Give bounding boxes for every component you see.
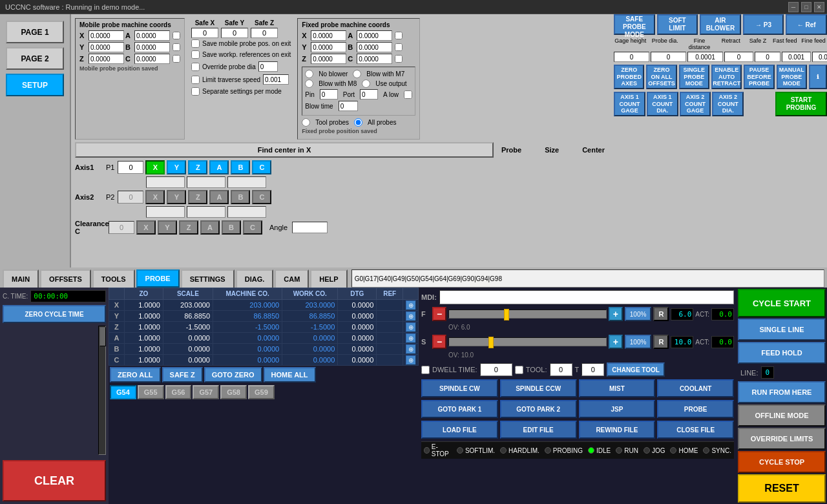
fixed-x-check[interactable] xyxy=(395,32,403,39)
fixed-y-check[interactable] xyxy=(395,43,403,51)
feed-pct-btn[interactable]: 100% xyxy=(625,307,652,321)
zero-cycle-time-btn[interactable]: ZERO CYCLE TIME xyxy=(3,305,106,323)
find-center-button[interactable]: Find center in X xyxy=(75,142,494,158)
pause-before-probe-btn[interactable]: PAUSE BEFORE PROBE xyxy=(744,65,774,89)
angle-input[interactable] xyxy=(292,222,328,233)
tab-diag[interactable]: DIAG. xyxy=(236,269,274,288)
scrollbar-thumb[interactable] xyxy=(99,327,106,346)
axis1-count-dia-btn[interactable]: AXIS 1 COUNT DIA. xyxy=(647,92,678,116)
axis2-y-btn[interactable]: Y xyxy=(167,190,186,204)
wcs-g59-btn[interactable]: G59 xyxy=(248,385,275,399)
axis1-z-btn[interactable]: Z xyxy=(188,160,207,174)
blower-m8-radio[interactable] xyxy=(305,79,313,88)
tab-offsets[interactable]: OFFSETS xyxy=(40,269,91,288)
rewind-file-btn[interactable]: REWIND FILE xyxy=(579,421,656,439)
jsp-btn[interactable]: JSP xyxy=(579,400,656,418)
cycle-start-btn[interactable]: CYCLE START xyxy=(738,289,826,317)
target-y-btn[interactable]: ⊕ xyxy=(406,311,416,321)
start-probing-btn[interactable]: START PROBING xyxy=(775,92,827,116)
fixed-y-input[interactable] xyxy=(311,42,346,52)
tab-help[interactable]: HELP xyxy=(310,269,347,288)
info-btn[interactable]: ℹ xyxy=(809,65,827,89)
blower-m7-radio[interactable] xyxy=(353,70,361,78)
blower-output-radio[interactable] xyxy=(362,79,370,88)
clearance-y-btn[interactable]: Y xyxy=(158,220,177,235)
tab-probe[interactable]: PROBE xyxy=(136,269,180,288)
clearance-x-btn[interactable]: X xyxy=(136,220,156,235)
limit-speed-input[interactable] xyxy=(263,74,289,85)
change-tool-btn[interactable]: CHANGE TOOL xyxy=(607,362,665,377)
blower-port-input[interactable] xyxy=(360,89,378,100)
minimize-button[interactable]: ─ xyxy=(788,2,799,12)
fixed-z-input[interactable] xyxy=(311,54,346,64)
axis1-a-btn[interactable]: A xyxy=(209,160,229,174)
feed-plus-btn[interactable]: + xyxy=(609,307,623,321)
fixed-c-input[interactable] xyxy=(357,54,392,64)
wcs-g58-btn[interactable]: G58 xyxy=(220,385,247,399)
coolant-btn[interactable]: COOLANT xyxy=(657,379,734,397)
target-x-btn[interactable]: ⊕ xyxy=(406,300,416,310)
blower-time-input[interactable] xyxy=(339,101,358,111)
dwell-check[interactable] xyxy=(421,366,430,374)
wcs-g56-btn[interactable]: G56 xyxy=(165,385,192,399)
fine-dist-input[interactable] xyxy=(687,52,723,62)
ref-btn[interactable]: ← Ref xyxy=(786,14,827,35)
soft-limit-btn[interactable]: SOFT LIMIT xyxy=(657,14,698,35)
blower-pin-input[interactable] xyxy=(320,89,338,100)
tab-cam[interactable]: CAM xyxy=(275,269,309,288)
save-workp-check[interactable] xyxy=(191,50,200,59)
reset-btn[interactable]: RESET xyxy=(738,474,826,503)
safe-x-input[interactable] xyxy=(191,28,218,38)
target-a-btn[interactable]: ⊕ xyxy=(406,333,416,343)
p3-btn[interactable]: → P3 xyxy=(743,14,784,35)
blower-none-radio[interactable] xyxy=(305,70,313,78)
page1-button[interactable]: PAGE 1 xyxy=(6,21,64,43)
edit-file-btn[interactable]: EDIT FILE xyxy=(500,421,577,439)
mobile-a-input[interactable] xyxy=(134,30,170,41)
target-c-btn[interactable]: ⊕ xyxy=(406,355,416,365)
zero-probed-axes-btn[interactable]: ZERO PROBED AXES xyxy=(614,65,644,89)
all-probes-radio[interactable] xyxy=(354,118,362,127)
load-file-btn[interactable]: LOAD FILE xyxy=(421,421,498,439)
axis2-count-gage-btn[interactable]: AXIS 2 COUNT GAGE xyxy=(680,92,711,116)
axis2-x-btn[interactable]: X xyxy=(145,190,165,204)
close-button[interactable]: ✕ xyxy=(814,2,824,12)
axis2-count-dia-btn[interactable]: AXIS 2 COUNT DIA. xyxy=(712,92,744,116)
wcs-g54-btn[interactable]: G54 xyxy=(110,385,136,399)
mobile-y-input[interactable] xyxy=(89,42,124,52)
goto-zero-btn[interactable]: GOTO ZERO xyxy=(204,367,262,383)
zero-on-all-offsets-btn[interactable]: ZERO ON ALL OFFSETS xyxy=(646,65,676,89)
mobile-z-check[interactable] xyxy=(173,55,180,63)
probe-dia-input[interactable] xyxy=(651,52,686,62)
cycle-stop-btn[interactable]: CYCLE STOP xyxy=(738,451,826,473)
tool-check[interactable] xyxy=(515,366,523,374)
feed-slider-track[interactable] xyxy=(448,310,607,319)
clearance-c-input[interactable] xyxy=(109,221,134,234)
target-z-btn[interactable]: ⊕ xyxy=(406,322,416,332)
spindle-cw-btn[interactable]: SPINDLE CW xyxy=(421,379,498,397)
safe-probe-mode-btn[interactable]: SAFE PROBE MODE xyxy=(614,14,655,35)
override-limits-btn[interactable]: OVERRIDE LIMITS xyxy=(738,428,826,450)
offline-mode-btn[interactable]: OFFLINE MODE xyxy=(738,404,826,426)
mobile-y-check[interactable] xyxy=(173,43,180,51)
close-file-btn[interactable]: CLOSE FILE xyxy=(657,421,734,439)
maximize-button[interactable]: □ xyxy=(801,2,811,12)
override-dia-check[interactable] xyxy=(191,63,200,71)
feed-minus-btn[interactable]: − xyxy=(432,307,446,321)
blower-alow-check[interactable] xyxy=(404,90,412,99)
single-probe-mode-btn[interactable]: SINGLE PROBE MODE xyxy=(679,65,709,89)
page2-button[interactable]: PAGE 2 xyxy=(6,47,64,70)
wcs-g55-btn[interactable]: G55 xyxy=(138,385,164,399)
axis2-a-btn[interactable]: A xyxy=(209,190,229,204)
fixed-a-input[interactable] xyxy=(357,30,392,41)
probe-btn[interactable]: PROBE xyxy=(657,400,734,418)
axis1-b-btn[interactable]: B xyxy=(231,160,250,174)
fixed-x-input[interactable] xyxy=(311,30,346,41)
mobile-z-input[interactable] xyxy=(89,54,124,64)
tab-main[interactable]: MAIN xyxy=(3,269,39,288)
mobile-c-input[interactable] xyxy=(134,54,170,64)
mobile-x-check[interactable] xyxy=(173,32,180,39)
mist-btn[interactable]: MIST xyxy=(579,379,656,397)
target-b-btn[interactable]: ⊕ xyxy=(406,344,416,354)
separate-check[interactable] xyxy=(191,87,200,96)
